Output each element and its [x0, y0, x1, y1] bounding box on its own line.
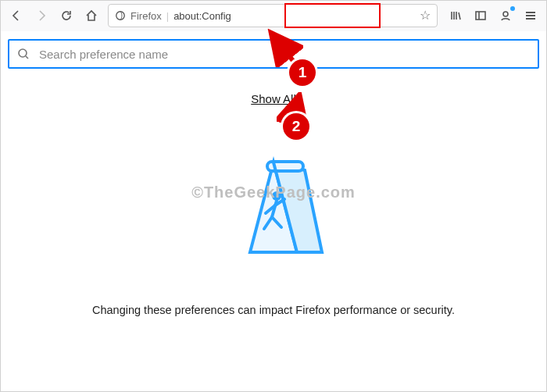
- url-text: about:Config: [173, 10, 231, 22]
- account-icon: [499, 9, 512, 22]
- preference-search-input[interactable]: [38, 47, 530, 62]
- show-all-link[interactable]: Show All: [8, 92, 539, 105]
- arrow-right-icon: [35, 9, 48, 22]
- home-button[interactable]: [80, 4, 103, 27]
- app-menu-button[interactable]: [519, 4, 542, 27]
- svg-rect-1: [476, 12, 485, 20]
- bookmark-star-button[interactable]: ☆: [420, 9, 431, 22]
- reload-icon: [60, 9, 73, 22]
- preference-search-box[interactable]: [8, 39, 539, 69]
- reload-button[interactable]: [55, 4, 78, 27]
- svg-point-2: [503, 12, 508, 16]
- svg-point-3: [19, 49, 27, 57]
- forward-button[interactable]: [30, 4, 53, 27]
- back-button[interactable]: [5, 4, 28, 27]
- sidebar-icon: [474, 9, 487, 22]
- home-icon: [85, 9, 98, 22]
- browser-toolbar: Firefox | about:Config ☆: [0, 0, 547, 31]
- annotation-highlight-box: [284, 3, 381, 28]
- annotation-badge-1: 1: [289, 59, 316, 86]
- warning-text: Changing these preferences can impact Fi…: [8, 304, 539, 316]
- toolbar-right-icons: [444, 4, 542, 27]
- library-button[interactable]: [444, 4, 467, 27]
- account-button[interactable]: [494, 4, 517, 27]
- library-icon: [449, 9, 462, 22]
- hamburger-icon: [524, 9, 537, 22]
- sidebar-button[interactable]: [469, 4, 492, 27]
- url-bar[interactable]: Firefox | about:Config ☆: [108, 4, 438, 27]
- svg-point-0: [116, 12, 125, 20]
- identity-label: Firefox: [130, 10, 162, 22]
- firefox-logo-icon: [115, 10, 126, 21]
- annotation-badge-2: 2: [283, 113, 309, 140]
- arrow-left-icon: [10, 9, 23, 22]
- page-content: Show All Changing these prefe: [0, 31, 547, 316]
- search-icon: [17, 48, 30, 60]
- warning-illustration: [203, 135, 344, 276]
